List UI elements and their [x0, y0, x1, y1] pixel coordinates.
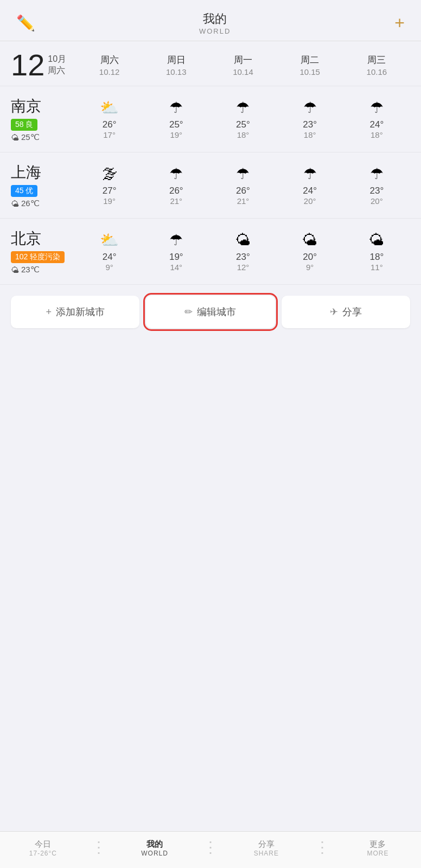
temp-high-2-1: 19°: [169, 252, 183, 263]
city-row-2: 北京 102 轻度污染 🌤 23℃ ⛅ 24° 9° ☂ 19° 14° 🌤 2…: [0, 219, 421, 285]
city-badge-0: 58 良: [11, 119, 37, 131]
date-col-1: 周日 10.13: [155, 54, 198, 76]
temp-high-2-2: 23°: [236, 252, 250, 263]
day-weather-1-3: ☂ 24° 20°: [288, 165, 331, 206]
city-info-0: 南京 58 良 🌤 25℃: [11, 96, 76, 142]
weekday-label-1: 周日: [167, 54, 186, 66]
city-temp-1: 🌤 26℃: [11, 199, 76, 208]
temp-high-1-2: 26°: [236, 186, 250, 196]
nav-item-1[interactable]: 我的 WORLD: [127, 839, 182, 857]
nav-label-1: 我的: [146, 839, 163, 850]
city-badge-1: 45 优: [11, 185, 37, 197]
action-buttons-row: + 添加新城市 ✏ 编辑城市 ✈ 分享: [0, 285, 421, 339]
temp-high-2-4: 18°: [369, 252, 384, 263]
temp-high-1-0: 27°: [103, 186, 117, 196]
weather-icon-1-2: ☂: [236, 165, 250, 183]
day-weather-0-0: ⛅ 26° 17°: [88, 99, 131, 139]
temp-high-2-0: 24°: [103, 252, 117, 263]
weather-icon-2-3: 🌤: [302, 231, 317, 250]
weather-icon-2-2: 🌤: [235, 231, 251, 250]
temp-high-0-4: 24°: [369, 119, 384, 130]
temp-high-0-0: 26°: [103, 119, 117, 130]
temp-low-1-2: 21°: [237, 196, 250, 206]
nav-label-2: 分享: [258, 839, 275, 850]
day-weather-2-0: ⛅ 24° 9°: [88, 231, 131, 272]
edit-city-button[interactable]: ✏ 编辑城市: [146, 296, 275, 328]
weather-icon-0-1: ☂: [169, 99, 183, 117]
weather-icon-0-4: ☂: [370, 99, 384, 117]
nav-item-3[interactable]: 更多 MORE: [350, 839, 405, 857]
weather-icon-1-4: ☂: [370, 165, 384, 183]
share-button[interactable]: ✈ 分享: [282, 296, 410, 328]
header-main-title: 我的: [199, 11, 231, 27]
nav-sub-2: SHARE: [254, 850, 279, 857]
city-temp-val-1: 26℃: [21, 199, 40, 208]
city-temp-icon-2: 🌤: [11, 265, 19, 275]
temp-low-2-1: 14°: [170, 263, 182, 272]
nav-label-3: 更多: [369, 839, 386, 850]
city-name-2: 北京: [11, 228, 76, 249]
nav-item-0[interactable]: 今日 17-26°C: [16, 839, 70, 857]
today-weekday: 周六: [48, 65, 66, 76]
city-temp-val-0: 25℃: [21, 132, 40, 142]
date-label-4: 10.16: [367, 67, 387, 76]
city-name-1: 上海: [11, 162, 76, 183]
weather-icon-0-0: ⛅: [100, 99, 119, 117]
weekday-label-0: 周六: [100, 54, 119, 66]
day-weather-0-4: ☂ 24° 18°: [355, 99, 398, 139]
edit-icon[interactable]: ✏️: [16, 14, 35, 32]
today-month: 10月: [48, 54, 66, 65]
city-temp-0: 🌤 25℃: [11, 132, 76, 142]
add-icon[interactable]: +: [394, 13, 405, 33]
header-sub-title: WORLD: [199, 27, 231, 35]
temp-high-0-2: 25°: [236, 119, 250, 130]
temp-low-1-4: 20°: [371, 196, 383, 206]
add-city-btn-label: 添加新城市: [56, 305, 105, 318]
share-btn-label: 分享: [342, 305, 362, 318]
temp-low-1-1: 21°: [170, 196, 182, 206]
temp-low-0-3: 18°: [304, 130, 316, 139]
day-weather-0-2: ☂ 25° 18°: [221, 99, 265, 139]
temp-low-2-0: 9°: [105, 263, 113, 272]
weather-icon-0-2: ☂: [236, 99, 250, 117]
city-name-0: 南京: [11, 96, 76, 117]
city-row-1: 上海 45 优 🌤 26℃ 🌫 27° 19° ☂ 26° 21° ☂ 26° …: [0, 152, 421, 219]
temp-high-0-1: 25°: [169, 119, 183, 130]
weekday-label-2: 周一: [234, 54, 252, 66]
temp-low-0-1: 19°: [170, 130, 182, 139]
day-weather-2-1: ☂ 19° 14°: [155, 231, 198, 272]
add-city-btn-icon: +: [46, 307, 52, 318]
day-weather-1-0: 🌫 27° 19°: [88, 165, 131, 206]
weather-icon-1-1: ☂: [169, 165, 183, 183]
nav-item-2[interactable]: 分享 SHARE: [239, 839, 294, 857]
nav-sub-0: 17-26°C: [29, 850, 57, 857]
weather-icon-2-0: ⛅: [100, 231, 119, 250]
date-label-1: 10.13: [166, 67, 187, 76]
date-col-2: 周一 10.14: [221, 54, 265, 76]
temp-high-0-3: 23°: [303, 119, 317, 130]
day-weather-1-2: ☂ 26° 21°: [221, 165, 265, 206]
date-col-4: 周三 10.16: [355, 54, 398, 76]
temp-high-1-4: 23°: [369, 186, 384, 196]
today-day-number: 12: [11, 50, 44, 80]
add-city-button[interactable]: + 添加新城市: [11, 296, 139, 328]
date-columns: 周六 10.12 周日 10.13 周一 10.14 周二 10.15 周三 1…: [76, 54, 410, 76]
date-row: 12 10月 周六 周六 10.12 周日 10.13 周一 10.14 周二 …: [0, 41, 421, 86]
day-weathers-0: ⛅ 26° 17° ☂ 25° 19° ☂ 25° 18° ☂ 23° 18° …: [76, 99, 410, 139]
temp-low-2-2: 12°: [237, 263, 250, 272]
header: ✏️ 我的 WORLD +: [0, 0, 421, 41]
temp-low-1-0: 19°: [103, 196, 116, 206]
temp-low-0-4: 18°: [371, 130, 383, 139]
edit-city-btn-icon: ✏: [184, 306, 193, 318]
day-weather-0-3: ☂ 23° 18°: [288, 99, 331, 139]
bottom-nav: 今日 17-26°C ⋮ 我的 WORLD ⋮ 分享 SHARE ⋮ 更多 MO…: [0, 831, 421, 868]
city-temp-icon-1: 🌤: [11, 199, 19, 208]
date-label-3: 10.15: [299, 67, 320, 76]
day-weather-2-4: 🌤 18° 11°: [355, 231, 398, 272]
nav-divider-1: ⋮: [91, 837, 106, 857]
city-info-1: 上海 45 优 🌤 26℃: [11, 162, 76, 208]
date-col-3: 周二 10.15: [288, 54, 331, 76]
share-btn-icon: ✈: [330, 306, 338, 318]
temp-low-2-4: 11°: [371, 263, 383, 272]
city-info-2: 北京 102 轻度污染 🌤 23℃: [11, 228, 76, 275]
